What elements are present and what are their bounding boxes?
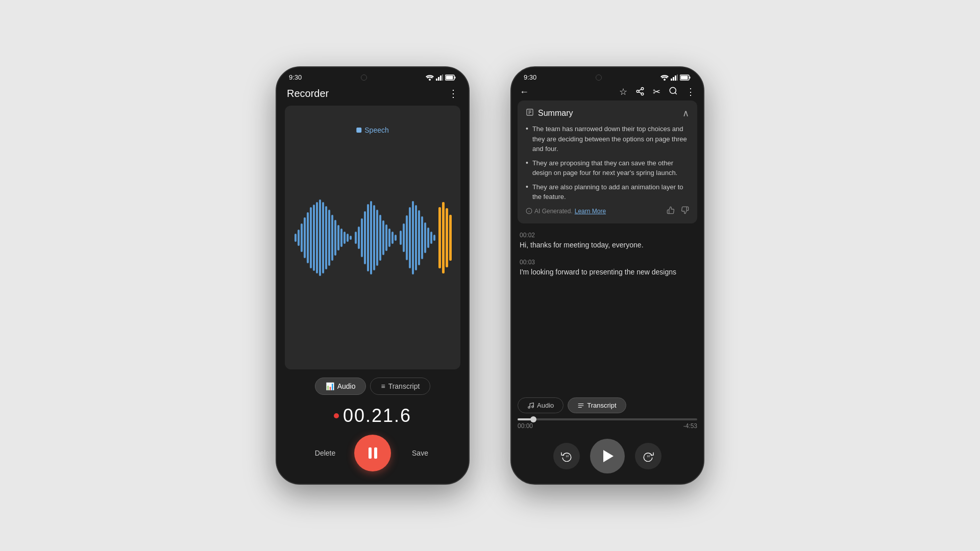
player-tab-audio[interactable]: Audio [518,397,564,413]
save-button[interactable]: Save [407,449,433,457]
svg-rect-24 [344,232,346,244]
transcript-entry-2: 00:03 I'm looking forward to presenting … [518,255,697,282]
svg-rect-39 [391,232,394,244]
status-time-1: 9:30 [289,73,302,81]
speech-label: Speech [356,126,388,134]
svg-rect-1 [436,79,437,81]
svg-rect-15 [316,202,318,273]
star-button[interactable]: ☆ [619,86,627,97]
pause-icon [369,447,377,459]
audio-tab-icon-2 [527,402,534,409]
playback-controls: 10 10 [518,435,697,484]
rewind-button[interactable]: 10 [553,443,580,469]
delete-button[interactable]: Delete [312,449,338,457]
phone-transcript: 9:30 ← ☆ [510,66,704,485]
camera-notch-1 [361,74,367,81]
svg-point-66 [636,90,639,92]
remaining-time: -4:53 [683,422,697,430]
player-section: Audio Transcript 00:00 -4:53 10 [511,393,703,484]
pause-button[interactable] [354,435,391,471]
menu-button[interactable]: ⋮ [448,87,458,99]
svg-rect-25 [347,234,349,242]
summary-title-text: Summary [538,109,573,118]
svg-rect-45 [412,201,414,274]
svg-rect-59 [673,77,674,81]
speech-dot-icon [356,128,361,133]
thumbs-down-icon [681,206,689,214]
svg-rect-14 [313,205,315,271]
svg-rect-53 [438,207,441,268]
thumbs-up-button[interactable] [667,206,675,216]
transcript-entry-1: 00:02 Hi, thanks for meeting today, ever… [518,228,697,255]
nav-actions: ☆ ✂ ⋮ [619,86,695,97]
transcript-text-1: Hi, thanks for meeting today, everyone. [520,240,695,251]
svg-rect-58 [671,79,672,81]
svg-rect-63 [681,76,688,79]
ai-footer: AI Generated. Learn More [526,206,689,216]
player-transcript-label: Transcript [587,402,616,409]
bullet-text-2: They are proposing that they can save th… [532,158,689,178]
svg-rect-44 [409,207,411,268]
progress-fill [518,418,532,420]
thumbs-down-button[interactable] [681,206,689,216]
svg-line-68 [639,92,641,93]
rec-indicator [334,413,339,418]
phone-recorder: 9:30 Recorder ⋮ [276,66,470,485]
forward-button[interactable]: 10 [635,443,662,469]
play-icon [603,450,614,462]
svg-rect-64 [690,77,691,79]
svg-rect-33 [373,205,375,270]
svg-rect-3 [440,76,442,81]
svg-rect-54 [442,202,445,273]
svg-rect-37 [385,224,387,251]
pause-bar-left [369,447,372,459]
bullet-text-1: The team has narrowed down their top cho… [532,124,689,154]
share-button[interactable] [635,87,645,97]
audio-tab-icon: 📊 [326,382,334,390]
status-icons-2 [660,74,691,81]
svg-rect-48 [421,216,423,259]
transcript-text-2: I'm looking forward to presenting the ne… [520,267,695,278]
learn-more-link[interactable]: Learn More [575,208,606,215]
progress-thumb [530,416,536,422]
camera-notch-2 [596,74,602,81]
svg-point-65 [641,87,644,90]
signal-icon-2 [671,74,678,81]
transcript-content: Summary ∧ • The team has narrowed down t… [511,101,703,393]
summary-bullet-3: • They are also planning to add an anima… [526,182,689,202]
progress-bar[interactable] [518,418,697,420]
status-bar-2: 9:30 [511,67,703,83]
svg-rect-43 [406,215,408,260]
svg-rect-30 [364,211,366,264]
ai-generated-label: AI Generated. Learn More [526,208,606,215]
play-button[interactable] [590,439,625,473]
svg-rect-46 [415,205,417,270]
svg-rect-8 [295,234,297,242]
tab-transcript[interactable]: ≡ Transcript [370,378,430,395]
svg-rect-22 [337,225,339,251]
svg-rect-2 [438,77,439,81]
wifi-icon-2 [660,74,669,81]
more-menu-button[interactable]: ⋮ [686,86,695,97]
waveform-container: Speech [285,106,460,369]
svg-rect-28 [358,227,360,249]
svg-rect-41 [400,231,402,245]
status-bar-1: 9:30 [277,67,469,83]
search-icon-2 [669,86,678,95]
search-button[interactable] [669,86,678,97]
tab-audio[interactable]: 📊 Audio [315,378,366,395]
battery-icon [445,74,456,81]
back-button[interactable]: ← [520,87,529,97]
summary-doc-icon [526,108,534,118]
svg-rect-18 [325,206,327,269]
cut-button[interactable]: ✂ [653,86,660,97]
player-tab-transcript[interactable]: Transcript [568,397,626,413]
svg-point-70 [670,87,676,93]
transcript-time-1: 00:02 [520,232,695,239]
svg-rect-23 [340,229,342,247]
svg-rect-4 [442,74,443,81]
share-icon [635,87,645,96]
svg-rect-42 [403,223,405,252]
collapse-button[interactable]: ∧ [682,108,689,119]
summary-card: Summary ∧ • The team has narrowed down t… [518,101,697,223]
